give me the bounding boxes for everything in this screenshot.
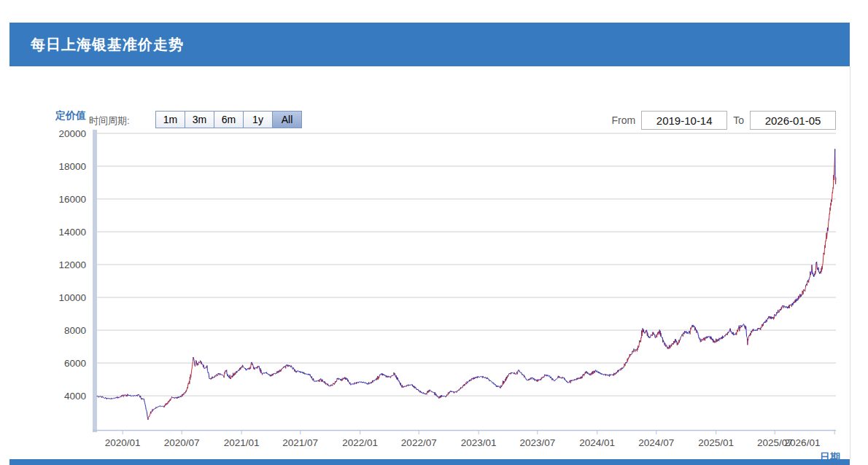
price-line-segment <box>148 417 149 420</box>
price-line-segment <box>741 324 745 329</box>
period-button-group: 1m3m6m1yAll <box>155 111 302 128</box>
date-range-controls: From To <box>612 111 836 130</box>
x-tick-label: 2022/01 <box>342 437 378 448</box>
price-line-segment <box>764 321 766 324</box>
price-line-segment <box>258 366 260 371</box>
price-line-segment <box>322 380 325 383</box>
price-line-segment <box>204 365 206 369</box>
price-line-segment <box>809 277 810 280</box>
price-line-segment <box>766 318 768 321</box>
price-line-segment <box>816 262 818 270</box>
price-line-segment <box>118 396 122 398</box>
from-label: From <box>612 114 636 126</box>
period-button-all[interactable]: All <box>272 111 302 128</box>
y-axis-bar <box>93 130 97 432</box>
period-button-3m[interactable]: 3m <box>185 111 214 128</box>
price-line-segment <box>179 396 182 397</box>
price-line-segment <box>191 358 193 378</box>
price-line-segment <box>201 362 204 367</box>
price-line-segment <box>693 325 695 330</box>
y-tick-label: 10000 <box>58 292 86 303</box>
price-line-segment <box>514 372 516 374</box>
price-line-segment <box>383 374 386 377</box>
price-line-segment <box>822 253 824 269</box>
price-line-segment <box>388 376 391 378</box>
price-line-segment <box>758 328 761 330</box>
price-line-segment <box>812 265 815 277</box>
price-line-segment <box>610 374 613 375</box>
price-line-segment <box>681 335 683 337</box>
period-button-1y[interactable]: 1y <box>243 111 273 128</box>
price-line-segment <box>274 373 276 374</box>
price-line-segment <box>483 376 487 378</box>
price-line-segment <box>517 371 518 374</box>
y-tick-label: 6000 <box>64 358 86 369</box>
y-tick-label: 12000 <box>58 259 86 270</box>
price-line-segment <box>450 391 454 393</box>
price-line-segment <box>531 378 535 380</box>
y-tick-label: 4000 <box>64 391 86 402</box>
price-line-segment <box>237 370 240 372</box>
x-tick-label: 2020/07 <box>164 437 200 448</box>
price-line-segment <box>436 394 439 398</box>
price-line-segment <box>748 336 749 340</box>
price-line-segment <box>171 397 174 399</box>
price-line-segment <box>497 386 501 388</box>
price-line-segment <box>243 365 249 370</box>
price-line-segment <box>357 382 368 385</box>
price-line-segment <box>518 370 524 377</box>
price-line-segment <box>373 378 377 380</box>
price-line-segment <box>622 367 624 369</box>
price-line-segment <box>350 383 354 385</box>
price-line-segment <box>252 364 254 369</box>
price-line-chart: 4000600080001000012000140001600018000200… <box>0 0 868 465</box>
price-line-segment <box>524 376 528 380</box>
price-line-segment <box>753 329 757 331</box>
price-line-segment <box>212 377 214 378</box>
x-tick-label: 2023/01 <box>461 437 497 448</box>
price-line-segment <box>606 375 610 377</box>
price-line-segment <box>661 333 663 342</box>
price-line-segment <box>424 393 427 394</box>
price-line-segment <box>666 345 667 348</box>
price-line-segment <box>263 372 271 376</box>
price-line-segment <box>685 331 691 334</box>
y-tick-label: 18000 <box>58 161 86 172</box>
price-line-segment <box>723 335 726 338</box>
from-date-input[interactable] <box>641 111 727 130</box>
y-axis-title: 定价值 <box>36 109 86 122</box>
price-line-segment <box>487 378 497 387</box>
price-line-segment <box>224 372 225 378</box>
price-line-segment <box>251 363 252 369</box>
price-line-segment <box>284 366 286 368</box>
price-line-segment <box>227 370 228 376</box>
price-line-segment <box>553 378 558 381</box>
price-line-segment <box>193 357 195 366</box>
price-line-segment <box>571 380 575 381</box>
price-line-segment <box>751 332 751 335</box>
period-button-1m[interactable]: 1m <box>155 111 185 128</box>
price-line-segment <box>430 390 435 395</box>
price-line-segment <box>337 378 341 381</box>
price-line-segment <box>810 271 812 275</box>
price-line-segment <box>403 386 406 388</box>
price-line-segment <box>587 372 590 375</box>
to-label: To <box>733 114 744 126</box>
price-line-segment <box>379 375 380 378</box>
to-date-input[interactable] <box>750 111 836 130</box>
price-line-segment <box>832 192 832 201</box>
price-line-segment <box>337 379 338 382</box>
x-tick-label: 2020/01 <box>105 437 141 448</box>
price-line-segment <box>474 377 477 379</box>
price-line-segment <box>663 340 664 345</box>
price-line-segment <box>328 384 331 386</box>
panel-title: 每日上海银基准价走势 <box>31 36 184 52</box>
price-line-segment <box>559 377 562 379</box>
price-line-segment <box>142 399 148 420</box>
price-line-segment <box>829 214 830 219</box>
period-button-6m[interactable]: 6m <box>214 111 244 128</box>
x-tick-label: 2025/01 <box>698 437 734 448</box>
price-line-segment <box>314 379 319 382</box>
price-line-segment <box>648 333 651 338</box>
y-tick-label: 14000 <box>58 227 86 238</box>
